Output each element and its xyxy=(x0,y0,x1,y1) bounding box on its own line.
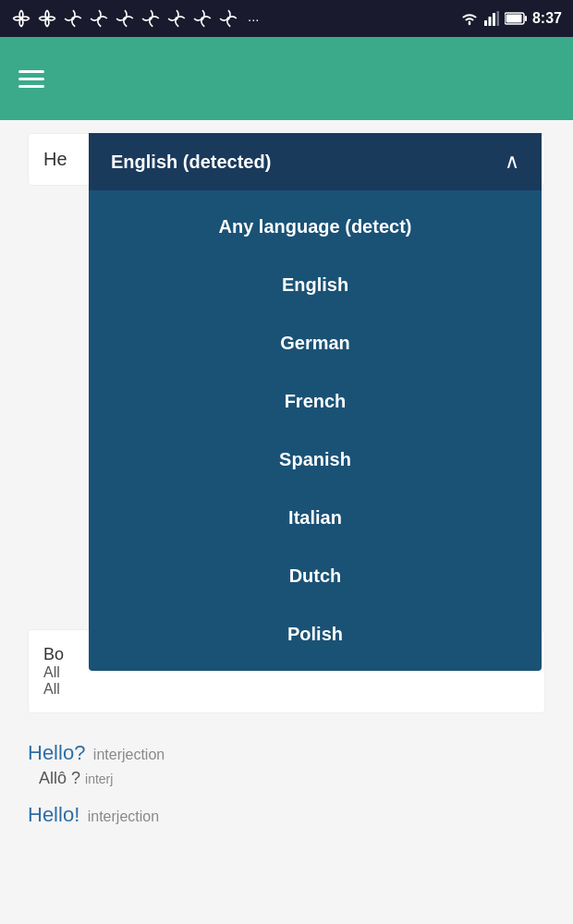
pinwheel-icon-7 xyxy=(166,8,187,29)
battery-icon xyxy=(505,12,527,25)
status-right: 8:37 xyxy=(460,10,562,27)
svg-point-4 xyxy=(123,17,126,19)
pinwheel-icon-9 xyxy=(218,8,238,29)
word-1-translation: Allô ? interj xyxy=(28,769,545,788)
language-option-french[interactable]: French xyxy=(89,372,542,431)
word-2-type: interjection xyxy=(88,808,159,824)
svg-point-1 xyxy=(45,17,48,19)
pinwheel-icon-1 xyxy=(11,8,31,29)
word-1-trans-type: interj xyxy=(85,772,113,786)
word-entries: Hello? interjection Allô ? interj Hello!… xyxy=(0,723,573,860)
card2-line1: Bo xyxy=(43,645,64,663)
language-option-polish[interactable]: Polish xyxy=(89,605,542,663)
word-2-main: Hello! xyxy=(28,803,79,826)
dropdown-header-text: English (detected) xyxy=(111,152,271,173)
pinwheel-icon-5 xyxy=(115,8,135,29)
svg-rect-14 xyxy=(525,16,527,21)
word-entry-2: Hello! interjection xyxy=(28,803,545,827)
svg-point-5 xyxy=(149,17,152,19)
main-content: He English (detected) ∧ Any language (de… xyxy=(0,133,573,860)
card2-line2: All xyxy=(43,664,60,680)
dropdown-items-list: Any language (detect) English German Fre… xyxy=(89,190,542,671)
language-option-spanish[interactable]: Spanish xyxy=(89,431,542,489)
dropdown-header[interactable]: English (detected) ∧ xyxy=(89,133,542,190)
menu-button[interactable] xyxy=(18,70,44,88)
language-option-english[interactable]: English xyxy=(89,256,542,314)
svg-point-2 xyxy=(71,17,74,19)
svg-point-3 xyxy=(97,17,100,19)
svg-rect-12 xyxy=(496,11,499,26)
language-dropdown[interactable]: English (detected) ∧ Any language (detec… xyxy=(89,133,542,671)
more-dots: ··· xyxy=(248,11,260,27)
chevron-up-icon: ∧ xyxy=(505,150,519,174)
svg-point-6 xyxy=(175,17,177,19)
status-icons: ··· xyxy=(11,8,260,29)
time-display: 8:37 xyxy=(532,10,562,27)
word-1-type: interjection xyxy=(93,747,165,762)
pinwheel-icon-3 xyxy=(63,8,83,29)
word-entry-1: Hello? interjection Allô ? interj xyxy=(28,741,545,788)
svg-rect-10 xyxy=(488,17,491,26)
pinwheel-icon-6 xyxy=(140,8,161,29)
language-option-german[interactable]: German xyxy=(89,314,542,372)
card2-line3: All xyxy=(43,681,60,697)
wifi-icon xyxy=(460,11,479,26)
language-option-dutch[interactable]: Dutch xyxy=(89,547,542,605)
card1-title: He xyxy=(43,149,67,169)
signal-icon xyxy=(484,11,499,26)
pinwheel-icon-2 xyxy=(37,8,57,29)
language-option-any[interactable]: Any language (detect) xyxy=(89,198,542,256)
svg-rect-11 xyxy=(493,13,495,26)
status-bar: ··· 8:37 xyxy=(0,0,573,37)
svg-rect-15 xyxy=(506,15,521,23)
word-1-main: Hello? xyxy=(28,741,85,764)
svg-rect-9 xyxy=(484,20,487,26)
app-bar xyxy=(0,37,573,120)
svg-point-8 xyxy=(226,17,229,19)
svg-point-7 xyxy=(201,17,203,19)
pinwheel-icon-8 xyxy=(192,8,213,29)
svg-point-0 xyxy=(19,17,22,19)
pinwheel-icon-4 xyxy=(89,8,109,29)
language-option-italian[interactable]: Italian xyxy=(89,489,542,547)
